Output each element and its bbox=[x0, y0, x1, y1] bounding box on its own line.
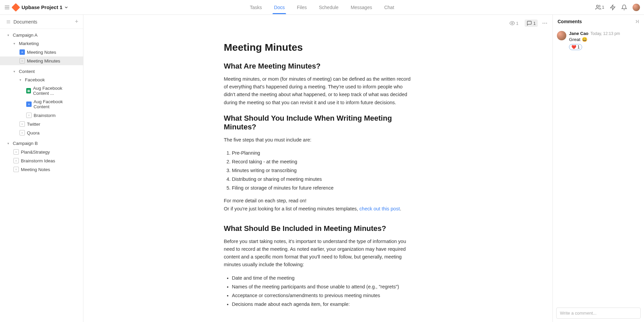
google-sheet-icon: ▦ bbox=[26, 88, 31, 93]
folder-facebook[interactable]: ▾Facebook bbox=[0, 76, 83, 84]
reaction-count: 1 bbox=[577, 45, 580, 49]
doc-meeting-notes-b[interactable]: ≡Meeting Notes bbox=[0, 165, 83, 174]
doc-brainstorm-ideas[interactable]: ≡Brainstorm Ideas bbox=[0, 156, 83, 165]
doc-icon: ≡ bbox=[13, 149, 19, 155]
svg-point-9 bbox=[542, 23, 543, 24]
doc-plan-strategy[interactable]: ≡Plan&Strategy bbox=[0, 148, 83, 156]
folder-content[interactable]: ▾Content bbox=[0, 67, 83, 76]
doc-icon: ≡ bbox=[20, 130, 25, 135]
reaction-button[interactable]: ❤️ 1 bbox=[569, 44, 582, 50]
sidebar-header: Documents + bbox=[0, 15, 83, 29]
list-item: Acceptance or corrections/amendments to … bbox=[232, 291, 412, 300]
doc-aug-facebook-content-sheet[interactable]: ▦Aug Facebook Content ... bbox=[0, 84, 83, 97]
commenter-avatar[interactable] bbox=[557, 31, 566, 40]
svg-point-8 bbox=[512, 23, 513, 24]
notification-bell-icon[interactable] bbox=[621, 4, 627, 10]
list-item: Names of the meeting participants and th… bbox=[232, 282, 412, 291]
doc-heading: What Are Meeting Minutes? bbox=[224, 62, 412, 71]
doc-icon: ≡ bbox=[26, 113, 32, 118]
doc-paragraph: For more detail on each step, read on! O… bbox=[224, 197, 412, 212]
document-viewport: 1 1 Meeting Minutes What Are Meeting Min… bbox=[83, 15, 553, 322]
list-item: Record taking - at the meeting bbox=[232, 157, 412, 166]
doc-icon: ≡ bbox=[13, 158, 19, 163]
heart-icon: ❤️ bbox=[571, 45, 576, 49]
doc-brainstorm[interactable]: ≡Brainstorm bbox=[0, 111, 83, 120]
doc-twitter[interactable]: ≡Twitter bbox=[0, 120, 83, 128]
tab-messages[interactable]: Messages bbox=[349, 1, 374, 14]
comment-input[interactable]: Write a comment... bbox=[556, 308, 641, 319]
google-doc-icon: ≡ bbox=[26, 102, 32, 107]
collapse-comments-icon[interactable] bbox=[634, 19, 639, 24]
project-selector[interactable]: Upbase Project 1 bbox=[22, 4, 69, 10]
svg-marker-4 bbox=[610, 5, 615, 10]
svg-point-3 bbox=[597, 5, 599, 7]
svg-point-11 bbox=[546, 23, 547, 24]
doc-icon: ≡ bbox=[20, 121, 25, 127]
members-button[interactable]: 1 bbox=[595, 4, 604, 10]
document-content: Meeting Minutes What Are Meeting Minutes… bbox=[204, 15, 432, 322]
doc-title: Meeting Minutes bbox=[224, 42, 412, 53]
list-item: Decisions made about each agenda item, f… bbox=[232, 300, 412, 309]
list-item: Filing or storage of minutes for future … bbox=[232, 184, 412, 192]
hamburger-menu-icon[interactable] bbox=[4, 4, 10, 10]
bolt-icon[interactable] bbox=[610, 4, 616, 10]
project-title: Upbase Project 1 bbox=[22, 4, 63, 10]
folder-campaign-b[interactable]: ▾Campaign B bbox=[0, 139, 83, 148]
list-item: Pre-Planning bbox=[232, 149, 412, 157]
user-avatar[interactable] bbox=[633, 4, 640, 11]
view-count[interactable]: 1 bbox=[507, 19, 521, 27]
list-item: Minutes writing or transcribing bbox=[232, 166, 412, 175]
doc-heading: What Should Be Included in Meeting Minut… bbox=[224, 224, 412, 233]
doc-link[interactable]: check out this post bbox=[359, 206, 400, 211]
doc-aug-facebook-content[interactable]: ≡Aug Facebook Content bbox=[0, 97, 83, 111]
folder-campaign-a[interactable]: ▾Campaign A bbox=[0, 31, 83, 39]
add-document-button[interactable]: + bbox=[75, 18, 78, 25]
doc-icon: ≡ bbox=[20, 58, 25, 64]
tab-docs[interactable]: Docs bbox=[273, 1, 286, 14]
chevron-down-icon bbox=[64, 5, 69, 10]
main-area: 1 1 Meeting Minutes What Are Meeting Min… bbox=[83, 15, 644, 322]
folder-marketing[interactable]: ▾Marketing bbox=[0, 39, 83, 48]
member-count: 1 bbox=[602, 5, 604, 10]
document-tree: ▾Campaign A ▾Marketing ≡Meeting Notes ≡M… bbox=[0, 29, 83, 322]
sidebar: Documents + ▾Campaign A ▾Marketing ≡Meet… bbox=[0, 15, 83, 322]
eye-icon bbox=[509, 21, 515, 26]
comment-timestamp: Today, 12:13 pm bbox=[591, 31, 620, 36]
svg-point-10 bbox=[544, 23, 545, 24]
doc-meeting-notes[interactable]: ≡Meeting Notes bbox=[0, 48, 83, 56]
list-item: Distributing or sharing of meeting minut… bbox=[232, 175, 412, 184]
comments-list: Jane Cao Today, 12:13 pm Great 😄 ❤️ 1 bbox=[553, 28, 644, 304]
doc-bullet-list: Date and time of the meeting Names of th… bbox=[224, 274, 412, 309]
nav-tabs: Tasks Docs Files Schedule Messages Chat bbox=[249, 1, 395, 14]
sidebar-title: Documents bbox=[13, 19, 37, 25]
google-doc-icon: ≡ bbox=[20, 49, 25, 55]
doc-heading: What Should You Include When Writing Mee… bbox=[224, 114, 412, 131]
more-options-icon[interactable] bbox=[542, 20, 548, 26]
doc-paragraph: Before you start taking notes, it's impo… bbox=[224, 238, 412, 269]
list-item: Date and time of the meeting bbox=[232, 274, 412, 282]
tab-schedule[interactable]: Schedule bbox=[317, 1, 340, 14]
comments-header: Comments bbox=[553, 15, 644, 28]
doc-icon: ≡ bbox=[13, 167, 19, 172]
sidebar-menu-icon[interactable] bbox=[6, 19, 11, 24]
doc-paragraph: Meeting minutes, or mom (for minutes of … bbox=[224, 75, 412, 107]
app-header: Upbase Project 1 Tasks Docs Files Schedu… bbox=[0, 0, 644, 15]
tab-tasks[interactable]: Tasks bbox=[249, 1, 263, 14]
comment-item: Jane Cao Today, 12:13 pm Great 😄 ❤️ 1 bbox=[557, 31, 640, 50]
doc-quora[interactable]: ≡Quora bbox=[0, 128, 83, 137]
doc-paragraph: The five steps that you must include are… bbox=[224, 136, 412, 144]
commenter-name: Jane Cao bbox=[569, 31, 589, 36]
comment-count-button[interactable]: 1 bbox=[525, 19, 538, 27]
app-logo-icon bbox=[11, 3, 20, 11]
comment-icon bbox=[527, 21, 532, 26]
document-toolbar: 1 1 bbox=[507, 19, 548, 27]
comments-panel: Comments Jane Cao Today, 12:13 pm bbox=[553, 15, 644, 322]
doc-ordered-list: Pre-Planning Record taking - at the meet… bbox=[224, 149, 412, 192]
tab-chat[interactable]: Chat bbox=[383, 1, 395, 14]
comment-text: Great 😄 bbox=[569, 37, 640, 42]
tab-files[interactable]: Files bbox=[296, 1, 308, 14]
doc-meeting-minutes[interactable]: ≡Meeting Minutes bbox=[0, 56, 83, 65]
